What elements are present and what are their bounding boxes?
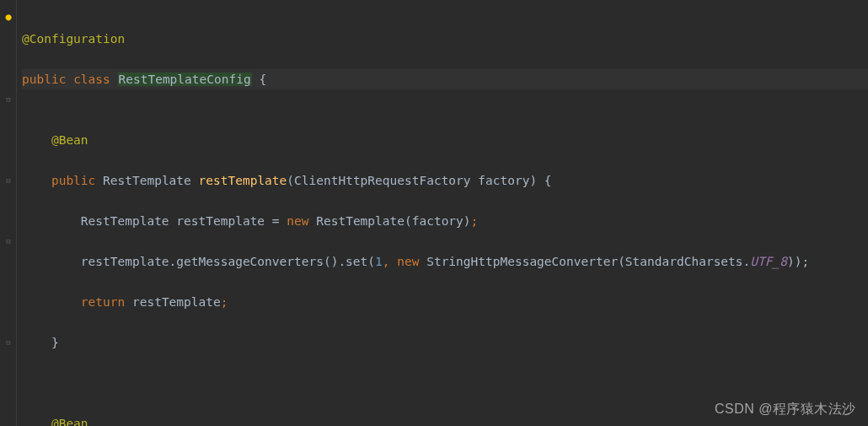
code-editor[interactable]: ● ⊟ ⊟ ⊟ ⊟ @Configuration public class Re… <box>0 0 868 426</box>
keyword: class <box>73 73 110 86</box>
watermark: CSDN @程序猿木法沙 <box>715 399 856 419</box>
ctor: RestTemplate(factory) <box>309 214 471 228</box>
brace: { <box>252 73 266 86</box>
fold-icon[interactable]: ⊟ <box>3 236 13 246</box>
comma: , <box>383 255 397 268</box>
type: ClientHttpRequestFactory <box>294 174 471 187</box>
paren-semi: )); <box>787 255 809 268</box>
equals: = <box>272 214 287 228</box>
fold-icon[interactable]: ⊟ <box>3 94 13 105</box>
param: factory <box>471 174 530 187</box>
semi: ; <box>471 214 479 228</box>
indent <box>22 174 51 187</box>
paren: ( <box>287 174 294 187</box>
indent <box>22 133 51 147</box>
type: RestTemplate <box>103 174 191 187</box>
method-decl: restTemplate <box>199 174 287 187</box>
gutter: ● ⊟ ⊟ ⊟ ⊟ <box>0 0 17 426</box>
fold-icon[interactable]: ⊟ <box>3 175 13 186</box>
ctor: StringHttpMessageConverter(StandardChars… <box>419 255 750 268</box>
class-name-highlight: RestTemplateConfig <box>118 73 252 86</box>
number: 1 <box>375 255 383 268</box>
indent <box>22 295 81 309</box>
var: restTemplate <box>125 295 221 309</box>
keyword: new <box>397 255 419 268</box>
semi: ; <box>221 295 228 309</box>
keyword: new <box>287 214 308 228</box>
paren-brace: ) { <box>529 174 551 187</box>
indent <box>22 214 81 228</box>
annotation: @Configuration <box>22 32 125 46</box>
type: RestTemplate <box>81 214 169 228</box>
code-content[interactable]: @Configuration public class RestTemplate… <box>17 0 868 426</box>
indent <box>22 417 51 426</box>
annotation: @Bean <box>51 417 88 426</box>
fold-icon[interactable]: ⊟ <box>3 337 13 348</box>
expr: restTemplate.getMessageConverters().set( <box>51 255 375 268</box>
var: restTemplate <box>169 214 272 228</box>
keyword: return <box>81 295 125 309</box>
indent <box>22 336 51 349</box>
static-field: UTF_8 <box>750 255 787 268</box>
intention-bulb-icon[interactable]: ● <box>3 12 13 22</box>
keyword: public <box>51 174 95 187</box>
keyword: public <box>22 73 66 86</box>
annotation: @Bean <box>51 133 88 147</box>
indent <box>22 255 51 268</box>
brace: } <box>51 336 59 349</box>
